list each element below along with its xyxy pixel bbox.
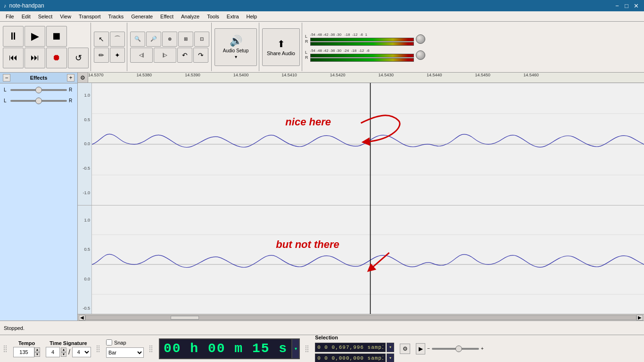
time-sig-num-up[interactable]: ▲ — [61, 347, 66, 352]
draw-tool-button[interactable]: ✏ — [94, 48, 109, 63]
trim-left-button[interactable]: ◁| — [130, 48, 153, 63]
menu-tools[interactable]: Tools — [203, 13, 223, 20]
slider2-left-label: L — [4, 98, 8, 103]
menu-help[interactable]: Help — [243, 13, 261, 20]
ruler-tick-0: 14.5370 — [88, 73, 104, 77]
effects-content: L R L R — [0, 83, 77, 107]
tempo-up-button[interactable]: ▲ — [34, 347, 40, 352]
slider2-thumb[interactable] — [35, 98, 42, 104]
statusbar: Stopped. — [0, 321, 644, 335]
time-sig-num-spinner: ▲ ▼ — [61, 347, 66, 357]
app-icon: ♪ — [4, 3, 7, 8]
slider1-track[interactable] — [10, 89, 67, 91]
effects-remove-button[interactable]: − — [3, 74, 10, 82]
vu-r-label-bottom: R — [305, 55, 308, 60]
time-display: 00 h 00 m 15 s — [159, 338, 292, 359]
skip-start-button[interactable]: ⏮ — [3, 48, 24, 68]
time-sig-numerator-input[interactable] — [46, 347, 60, 357]
minimize-button[interactable]: − — [613, 1, 621, 10]
scroll-right-button[interactable]: ▶ — [636, 315, 643, 321]
effects-add-button[interactable]: + — [67, 74, 74, 82]
selection-end-input[interactable] — [315, 354, 386, 362]
scroll-left-button[interactable]: ◀ — [79, 315, 85, 321]
ruler-settings-button[interactable]: ⚙ — [78, 73, 88, 83]
slider2-track[interactable] — [10, 100, 67, 102]
zoom-tools-group: 🔍 🔎 ⊕ ⊞ ⊡ ◁| |▷ ↶ ↷ — [128, 23, 212, 71]
zoom-fit-button[interactable]: ⊞ — [178, 32, 193, 47]
multi-tool-button[interactable]: ✦ — [110, 48, 125, 63]
envelope-tool-button[interactable]: ⌒ — [110, 32, 125, 47]
menu-generate[interactable]: Generate — [127, 13, 157, 20]
knob-icon-bottom[interactable] — [416, 50, 425, 60]
slider1-thumb[interactable] — [35, 87, 42, 93]
drag-handle-2 — [97, 339, 100, 358]
play-speed-slider-thumb[interactable] — [455, 346, 462, 352]
undo-button[interactable]: ↶ — [177, 48, 192, 63]
time-sig-denominator-select[interactable]: 4 8 16 — [72, 347, 91, 357]
zoom-sel-button[interactable]: ⊕ — [162, 32, 177, 47]
menu-view[interactable]: View — [56, 13, 75, 20]
menu-analyze[interactable]: Analyze — [177, 13, 203, 20]
menu-select[interactable]: Select — [34, 13, 57, 20]
snap-checkbox[interactable] — [106, 339, 112, 346]
selection-start-dropdown[interactable]: ▾ — [387, 343, 394, 352]
annotation-nice-here: nice here — [285, 116, 331, 128]
maximize-button[interactable]: □ — [622, 1, 631, 10]
knob-icon-top[interactable] — [416, 34, 425, 44]
transport-group: ⏸ ▶ ⏹ ⏮ ⏭ ⏺ ↺ — [1, 23, 91, 71]
selection-label: Selection — [315, 335, 394, 340]
snap-type-select[interactable]: Bar Beat Measure — [106, 347, 144, 358]
audio-setup-button[interactable]: 🔊 Audio Setup ▾ — [215, 28, 257, 66]
play-speed-plus-label: + — [481, 346, 484, 351]
scroll-thumb[interactable] — [171, 316, 199, 320]
tracks-container: 1.0 0.5 0.0 -0.5 -1.0 — [78, 83, 644, 314]
record-button[interactable]: ⏺ — [46, 48, 67, 68]
loop-button[interactable]: ↺ — [68, 48, 89, 68]
select-tool-button[interactable]: ↖ — [94, 32, 109, 47]
time-sig-label: Time Signature — [50, 340, 87, 346]
time-sig-slash: / — [67, 348, 71, 356]
vu-meters-group: L R -54 -48 -42 -36 -30 -18 -12 -6 1 L R… — [303, 23, 427, 71]
play-button[interactable]: ▶ — [25, 26, 45, 47]
drag-handle-1 — [4, 339, 8, 358]
selection-end-dropdown[interactable]: ▾ — [387, 354, 394, 362]
share-audio-group: ⬆ Share Audio — [260, 23, 302, 71]
ruler-tick-4: 14.5410 — [281, 73, 297, 77]
pause-button[interactable]: ⏸ — [3, 26, 24, 47]
play-speed-button[interactable]: ▶ — [416, 343, 425, 354]
selection-start-row: ▾ — [315, 343, 394, 352]
track-1-wrapper: 1.0 0.5 0.0 -0.5 -1.0 — [78, 83, 644, 205]
time-display-section: 00 h 00 m 15 s ▾ — [159, 338, 300, 359]
menu-file[interactable]: File — [2, 13, 18, 20]
menu-effect[interactable]: Effect — [157, 13, 177, 20]
menu-extra[interactable]: Extra — [223, 13, 243, 20]
close-button[interactable]: ✕ — [632, 1, 640, 10]
selection-settings-button[interactable]: ⚙ — [400, 344, 410, 354]
redo-button[interactable]: ↷ — [193, 48, 208, 63]
effects-panel: − Effects + L R L R — [0, 73, 78, 321]
zoom-in-button[interactable]: 🔍 — [130, 32, 145, 47]
menu-transport[interactable]: Transport — [75, 13, 105, 20]
zoom-right-button[interactable]: ⊡ — [194, 32, 209, 47]
time-sig-num-down[interactable]: ▼ — [61, 352, 66, 357]
zoom-out-button[interactable]: 🔎 — [146, 32, 161, 47]
effects-header: − Effects + — [0, 73, 77, 83]
share-audio-button[interactable]: ⬆ Share Audio — [262, 28, 300, 66]
skip-end-button[interactable]: ⏭ — [25, 48, 45, 68]
play-speed-slider-track[interactable] — [432, 348, 479, 350]
stop-button[interactable]: ⏹ — [46, 26, 67, 47]
tempo-input[interactable]: 135 — [13, 347, 34, 357]
vu-scale-bottom: -54 -48 -42 -36 -30 -24 -18 -12 -6 — [310, 49, 414, 53]
track-view: ⚙ 14.5370 14.5380 14.5390 14.5400 14.541… — [78, 73, 644, 321]
horizontal-scrollbar[interactable]: ◀ ▶ — [78, 314, 644, 321]
menu-edit[interactable]: Edit — [18, 13, 34, 20]
selection-start-input[interactable] — [315, 343, 386, 352]
ruler: ⚙ 14.5370 14.5380 14.5390 14.5400 14.541… — [78, 73, 644, 83]
ruler-tick-5: 14.5420 — [330, 73, 346, 77]
menu-tracks[interactable]: Tracks — [105, 13, 128, 20]
trim-right-button[interactable]: |▷ — [154, 48, 176, 63]
snap-checkbox-label[interactable]: Snap — [106, 339, 144, 346]
time-display-dropdown[interactable]: ▾ — [292, 338, 300, 359]
tempo-down-button[interactable]: ▼ — [34, 352, 40, 357]
scroll-track[interactable] — [85, 315, 636, 320]
